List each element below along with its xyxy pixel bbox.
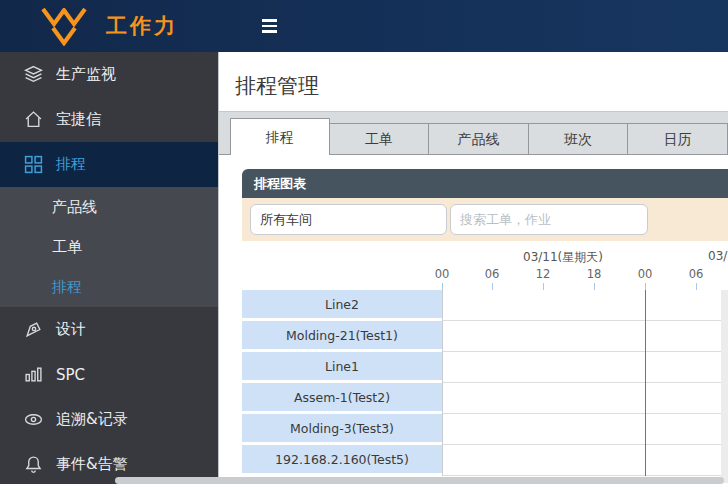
hour-tick-label: 00 bbox=[427, 267, 457, 281]
home-icon bbox=[24, 110, 43, 129]
app-root: 工作力 生产监视 宝捷信 bbox=[0, 0, 728, 484]
gantt-row: Molding-3(Test3) bbox=[242, 414, 728, 445]
row-label: Molding-21(Test1) bbox=[242, 321, 442, 352]
bell-icon bbox=[24, 455, 43, 474]
tab-calendar[interactable]: 日历 bbox=[628, 123, 728, 154]
sidebar-item-label: 排程 bbox=[56, 155, 86, 174]
day-label-1: 03/11(星期天) bbox=[493, 249, 633, 266]
tick-mark bbox=[645, 283, 646, 290]
sidebar-item-production-monitor[interactable]: 生产监视 bbox=[0, 52, 218, 97]
hamburger-menu-icon[interactable] bbox=[262, 16, 277, 36]
tick-mark bbox=[543, 283, 544, 290]
tab-shift[interactable]: 班次 bbox=[529, 123, 629, 154]
row-timeline-cell[interactable] bbox=[442, 414, 728, 445]
sidebar-item-label: 追溯&记录 bbox=[56, 410, 128, 429]
scheduling-submenu: 产品线 工单 排程 bbox=[0, 187, 218, 307]
sidebar-item-baojiexin[interactable]: 宝捷信 bbox=[0, 97, 218, 142]
logo-text: 工作力 bbox=[106, 12, 178, 40]
design-icon bbox=[24, 320, 43, 339]
logo: 工作力 bbox=[38, 6, 178, 46]
tick-mark bbox=[492, 283, 493, 290]
gantt-row: Line2 bbox=[242, 290, 728, 321]
horizontal-scrollbar-thumb[interactable] bbox=[115, 477, 724, 484]
sidebar-item-trace-records[interactable]: 追溯&记录 bbox=[0, 397, 218, 442]
row-timeline-cell[interactable] bbox=[442, 290, 728, 321]
sidebar-item-design[interactable]: 设计 bbox=[0, 307, 218, 352]
sidebar-item-label: 事件&告警 bbox=[56, 455, 128, 474]
page-title: 排程管理 bbox=[219, 52, 728, 100]
workshop-filter-select[interactable] bbox=[250, 204, 447, 235]
gantt-row: 192.168.2.160(Test5) bbox=[242, 445, 728, 476]
row-timeline-cell[interactable] bbox=[442, 321, 728, 352]
submenu-item-scheduling[interactable]: 排程 bbox=[0, 267, 218, 307]
sidebar-item-label: 宝捷信 bbox=[56, 110, 101, 129]
sidebar-item-label: SPC bbox=[56, 366, 85, 384]
row-label: Molding-3(Test3) bbox=[242, 414, 442, 445]
submenu-item-product-line[interactable]: 产品线 bbox=[0, 187, 218, 227]
sidebar-item-label: 设计 bbox=[56, 320, 86, 339]
vertical-scrollbar[interactable] bbox=[721, 290, 728, 483]
search-input[interactable] bbox=[450, 204, 648, 235]
layers-icon bbox=[24, 65, 43, 84]
submenu-item-work-order[interactable]: 工单 bbox=[0, 227, 218, 267]
hour-tick-label: 06 bbox=[477, 267, 507, 281]
row-timeline-cell[interactable] bbox=[442, 352, 728, 383]
bar-chart-icon bbox=[24, 365, 43, 384]
filter-bar bbox=[242, 198, 728, 241]
gantt-row: Line1 bbox=[242, 352, 728, 383]
sidebar: 生产监视 宝捷信 排程 bbox=[0, 52, 218, 484]
gantt-row: Assem-1(Test2) bbox=[242, 383, 728, 414]
app-header: 工作力 bbox=[0, 0, 728, 52]
row-timeline-cell[interactable] bbox=[442, 383, 728, 414]
hour-tick-label: 12 bbox=[528, 267, 558, 281]
hour-tick-label: 00 bbox=[630, 267, 660, 281]
grid-icon bbox=[24, 155, 43, 174]
sidebar-item-spc[interactable]: SPC bbox=[0, 352, 218, 397]
row-label: Line2 bbox=[242, 290, 442, 321]
tick-mark bbox=[442, 283, 443, 290]
hour-tick-label: 06 bbox=[681, 267, 711, 281]
schedule-chart-panel: 排程图表 03/11(星期天) 03/ 00 06 12 18 00 06 bbox=[242, 169, 728, 483]
row-timeline-cell[interactable] bbox=[442, 445, 728, 476]
gantt-row: Molding-21(Test1) bbox=[242, 321, 728, 352]
row-label: Line1 bbox=[242, 352, 442, 383]
title-bar: 排程管理 bbox=[219, 52, 728, 112]
day-boundary-line bbox=[645, 290, 646, 476]
panel-title: 排程图表 bbox=[242, 169, 728, 198]
main-content: 排程管理 排程 工单 产品线 班次 日历 排程图表 03/11(星期天) 03/… bbox=[218, 52, 728, 484]
logo-mark-icon bbox=[38, 6, 90, 46]
tab-scheduling[interactable]: 排程 bbox=[230, 118, 330, 155]
row-label: 192.168.2.160(Test5) bbox=[242, 445, 442, 476]
tab-content: 排程图表 03/11(星期天) 03/ 00 06 12 18 00 06 bbox=[219, 155, 728, 483]
label-column-separator bbox=[442, 290, 443, 476]
sidebar-item-label: 生产监视 bbox=[56, 65, 116, 84]
tab-work-order[interactable]: 工单 bbox=[330, 123, 430, 154]
day-label-2: 03/ bbox=[708, 249, 728, 263]
sidebar-item-scheduling[interactable]: 排程 bbox=[0, 142, 218, 187]
row-label: Assem-1(Test2) bbox=[242, 383, 442, 414]
gantt-chart: 03/11(星期天) 03/ 00 06 12 18 00 06 bbox=[242, 241, 728, 483]
hour-tick-label: 18 bbox=[579, 267, 609, 281]
tick-mark bbox=[594, 283, 595, 290]
eye-icon bbox=[24, 410, 43, 429]
tick-mark bbox=[696, 283, 697, 290]
tab-product-line[interactable]: 产品线 bbox=[429, 123, 529, 154]
tab-bar: 排程 工单 产品线 班次 日历 bbox=[219, 112, 728, 155]
gantt-grid: Line2 Molding-21(Test1) Line1 Assem bbox=[242, 290, 728, 476]
